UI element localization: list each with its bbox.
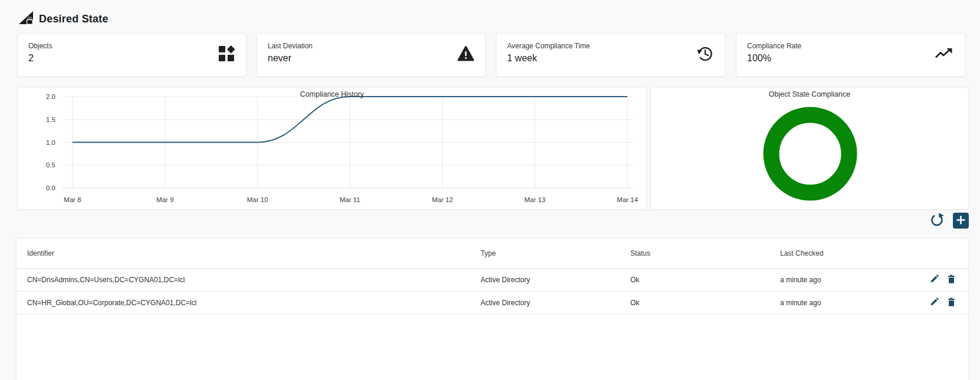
x-axis-tick-label: Mar 14 [617,196,638,203]
y-axis-tick-label: 0.5 [46,161,55,168]
refresh-button[interactable] [929,212,945,229]
objects-table: Identifier Type Status Last Checked CN=D… [17,239,968,315]
column-header-identifier: Identifier [17,239,470,268]
object-state-compliance-donut [651,88,969,206]
column-header-actions [894,239,968,268]
identifier-cell: CN=HR_Global,OU=Corporate,DC=CYGNA01,DC=… [17,291,470,314]
type-cell: Active Directory [470,291,620,314]
status-cell: Ok [620,268,769,291]
trash-icon [948,299,955,308]
table-header-row: Identifier Type Status Last Checked [17,239,968,268]
column-header-status: Status [620,239,769,268]
page-header: Desired State [18,9,108,28]
pencil-icon [930,299,939,308]
stat-value: never [268,53,313,64]
row-actions [894,291,968,314]
donut-ring-compliant [771,115,849,193]
stat-card-compliance-rate: Compliance Rate 100% [736,33,965,77]
last-checked-cell: a minute ago [769,291,894,314]
y-axis-tick-label: 1.0 [46,139,55,146]
column-header-type: Type [470,239,620,268]
plus-icon [953,212,969,230]
history-clock-icon [695,44,714,65]
stat-value: 1 week [507,53,590,64]
stat-card-objects: Objects 2 [17,33,246,77]
refresh-icon [929,212,945,229]
x-axis-tick-label: Mar 8 [64,196,81,203]
edit-button[interactable] [926,273,942,286]
table-row: CN=DnsAdmins,CN=Users,DC=CYGNA01,DC=lcl … [17,268,968,291]
x-axis-tick-label: Mar 9 [156,196,173,203]
x-axis-tick-label: Mar 11 [340,196,360,203]
warning-triangle-icon [457,45,475,65]
trash-icon [948,276,955,285]
compliance-history-chart-panel: Compliance History Mar 8Mar 9Mar 10Mar 1… [17,87,647,210]
status-cell: Ok [620,291,769,314]
stat-label: Objects [28,42,52,50]
page-title: Desired State [39,13,108,25]
table-toolbar [0,212,969,229]
edit-button[interactable] [926,296,942,309]
y-axis-tick-label: 2.0 [46,93,55,100]
delete-button[interactable] [944,273,959,286]
stat-label: Average Compliance Time [507,42,590,50]
stat-label: Last Deviation [268,42,313,50]
object-state-compliance-panel: Object State Compliance [650,87,969,210]
x-axis-tick-label: Mar 10 [247,196,268,203]
compliance-history-line-chart: Mar 8Mar 9Mar 10Mar 11Mar 12Mar 13Mar 14… [18,88,647,206]
x-axis-tick-label: Mar 13 [524,196,545,203]
pencil-icon [930,276,939,285]
stat-card-last-deviation: Last Deviation never [256,33,486,77]
row-actions [894,268,968,291]
delete-button[interactable] [944,296,959,309]
table-row: CN=HR_Global,OU=Corporate,DC=CYGNA01,DC=… [17,291,968,314]
objects-table-panel: Identifier Type Status Last Checked CN=D… [16,238,969,380]
stat-value: 100% [747,53,801,64]
y-axis-tick-label: 0.0 [46,184,55,191]
identifier-cell: CN=DnsAdmins,CN=Users,DC=CYGNA01,DC=lcl [17,268,470,291]
desired-state-page: Desired State Objects 2 Last Deviation n… [0,0,980,380]
add-button[interactable] [953,213,969,229]
x-axis-tick-label: Mar 12 [432,196,453,203]
triangle-lock-logo-icon [18,9,34,28]
objects-grid-icon [218,45,235,65]
y-axis-tick-label: 1.5 [46,116,55,123]
stat-label: Compliance Rate [747,42,801,50]
trending-up-icon [934,47,954,63]
stat-card-avg-compliance-time: Average Compliance Time 1 week [496,33,725,77]
column-header-last-checked: Last Checked [769,239,894,268]
stat-value: 2 [28,53,52,64]
last-checked-cell: a minute ago [769,268,894,291]
type-cell: Active Directory [470,268,620,291]
